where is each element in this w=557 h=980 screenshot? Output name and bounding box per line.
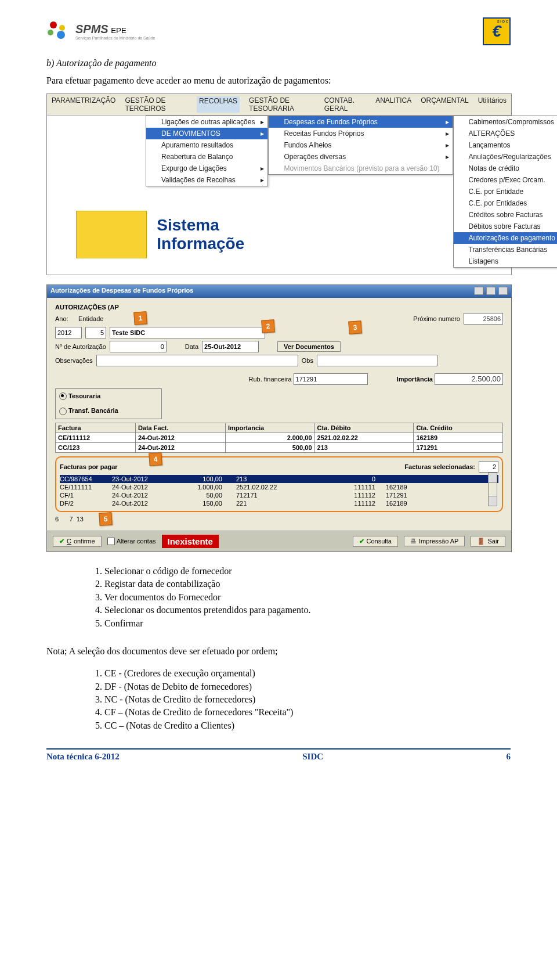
window-title: Autorizações de Despesas de Fundos Própr… xyxy=(50,287,193,296)
step-5: Confirmar xyxy=(104,617,511,630)
scrollbar[interactable] xyxy=(488,473,497,506)
ver-documentos-button[interactable]: Ver Documentos xyxy=(277,341,341,352)
banner-graphic xyxy=(76,211,147,258)
list-item[interactable]: CC/98765423-Out-2012 100,00213 0 xyxy=(60,475,498,483)
alterar-contas-checkbox[interactable]: Alterar contas xyxy=(107,538,156,546)
step-2: Registar data de contabilização xyxy=(104,578,511,590)
org-suffix: EPE xyxy=(111,26,126,35)
consulta-button[interactable]: ✔Consulta xyxy=(353,536,398,547)
menu-item[interactable]: Expurgo de Ligações▸ xyxy=(146,163,267,174)
label-ano: Ano: xyxy=(55,315,75,322)
maximize-icon[interactable] xyxy=(486,287,495,295)
menu-item[interactable]: C.E. por Entidade xyxy=(454,186,557,197)
submenu-3: Cabimentos/Compromissos ALTERAÇÕES▸ Lanç… xyxy=(453,116,557,268)
menu-item[interactable]: C.E. por Entidades xyxy=(454,197,557,209)
fac-sel-label: Facturas selecionadas: xyxy=(404,463,475,470)
menu-tesouraria[interactable]: GESTÃO DE TESOURARIA xyxy=(249,96,315,113)
menu-item[interactable]: Listagens xyxy=(454,255,557,267)
intro-text: Para efetuar pagamento deve aceder ao me… xyxy=(46,74,511,87)
exit-icon: 🚪 xyxy=(477,538,485,545)
menu-item[interactable]: Despesas de Fundos Próprios▸ xyxy=(269,116,452,128)
menu-item[interactable]: DE MOVIMENTOS▸ xyxy=(146,128,267,139)
menu-util[interactable]: Utilitários xyxy=(478,96,507,113)
menu-item[interactable]: Créditos sobre Facturas xyxy=(454,209,557,221)
callout-4: 4 xyxy=(149,452,162,466)
menu-item[interactable]: Autorizações de pagamento xyxy=(454,232,557,244)
obs-input[interactable] xyxy=(96,355,298,366)
footer-left: Nota técnica 6-2012 xyxy=(46,752,120,762)
menu-recolhas[interactable]: RECOLHAS xyxy=(197,96,240,113)
banner-line1: Sistema xyxy=(157,216,244,235)
nota-3: NC - (Notas de Credito de fornecedores) xyxy=(104,693,511,706)
print-icon: 🖶 xyxy=(410,538,417,545)
step-3: Ver documentos do Fornecedor xyxy=(104,591,511,604)
nota-2: DF - (Notas de Debito de fornecedores) xyxy=(104,680,511,693)
naut-input[interactable] xyxy=(110,341,167,352)
fac-title: Facturas por pagar xyxy=(60,463,118,470)
menu-item[interactable]: Débitos sobre Facturas xyxy=(454,221,557,232)
banner-line2: Informaçõe xyxy=(157,235,244,253)
footer-center: SIDC xyxy=(302,752,323,762)
label-obs2: Obs xyxy=(302,357,313,364)
rub-input[interactable] xyxy=(294,373,368,385)
th-factura: Factura xyxy=(56,423,136,433)
action-bar: ✔CConfirmeonfirme Alterar contas Inexist… xyxy=(47,531,511,552)
obs2-input[interactable] xyxy=(317,355,437,366)
menu-contab[interactable]: CONTAB. GERAL xyxy=(324,96,367,113)
th-cred: Cta. Crédito xyxy=(414,423,503,433)
sidc-letters: S I D C xyxy=(497,20,508,23)
menu-item[interactable]: Receitas Fundos Próprios▸ xyxy=(269,128,452,139)
importancia-field xyxy=(435,373,503,385)
menu-item[interactable]: Fundos Alheios▸ xyxy=(269,139,452,151)
label-obs: Observações xyxy=(55,357,93,364)
table-row[interactable]: CC/12324-Out-2012 500,00 213171291 xyxy=(56,442,503,452)
list-item[interactable]: CE/11111124-Out-2012 1.000,002521.02.02.… xyxy=(60,483,498,491)
table-row[interactable]: CE/11111224-Out-2012 2.000,00 2521.02.02… xyxy=(56,433,503,442)
list-item[interactable]: CF/124-Out-2012 50,00712171 111112171291 xyxy=(60,491,498,499)
menu-item[interactable]: Operações diversas▸ xyxy=(269,151,452,163)
entidade-code-input[interactable] xyxy=(85,327,106,338)
menu-item[interactable]: Notas de crédito xyxy=(454,163,557,174)
menu-item[interactable]: ALTERAÇÕES▸ xyxy=(454,128,557,139)
data-input[interactable] xyxy=(202,341,259,352)
page-footer: Nota técnica 6-2012 SIDC 6 xyxy=(46,752,511,762)
callout-3: 3 xyxy=(348,320,361,334)
close-icon[interactable] xyxy=(498,287,508,295)
submenu-1: Ligações de outras aplicações▸ DE MOVIME… xyxy=(146,116,268,186)
label-naut: Nº de Autorização xyxy=(55,343,106,350)
sair-button[interactable]: 🚪Sair xyxy=(471,536,505,547)
menu-item-disabled: Movimentos Bancários (previsto para a ve… xyxy=(269,163,452,174)
footer-right: 6 xyxy=(506,752,511,762)
menu-item[interactable]: Validações de Recolhas▸ xyxy=(146,174,267,186)
ano-input[interactable] xyxy=(55,327,82,338)
label-rub: Rub. financeira xyxy=(249,376,292,383)
menu-item[interactable]: Credores p/Exec Orcam. xyxy=(454,174,557,186)
impressao-button[interactable]: 🖶Impressão AP xyxy=(404,536,465,546)
euro-icon: € xyxy=(492,22,501,41)
menu-item[interactable]: Transferências Bancárias xyxy=(454,244,557,255)
label-proximo: Próximo numero xyxy=(413,315,460,322)
menu-item[interactable]: Apuramento resultados xyxy=(146,139,267,151)
menu-terceiros[interactable]: GESTÃO DE TERCEIROS xyxy=(125,96,187,113)
list-item[interactable]: DF/224-Out-2012 150,00221 111112162189 xyxy=(60,499,498,507)
nota-5: CC – (Notas de Credito a Clientes) xyxy=(104,719,511,732)
menu-param[interactable]: PARAMETRIZAÇÃO xyxy=(52,96,115,113)
entidade-name-input[interactable] xyxy=(110,327,265,338)
menu-item[interactable]: Lançamentos xyxy=(454,139,557,151)
menu-analitica[interactable]: ANALITICA xyxy=(375,96,411,113)
menu-item[interactable]: Ligações de outras aplicações▸ xyxy=(146,116,267,128)
th-imp: Importancia xyxy=(225,423,314,433)
menu-item[interactable]: Cabimentos/Compromissos xyxy=(454,116,557,128)
confirme-button[interactable]: ✔CConfirmeonfirme xyxy=(53,536,102,547)
nota-4: CF – (Notas de Credito de fornecedores "… xyxy=(104,706,511,719)
minimize-icon[interactable] xyxy=(474,287,483,295)
radio-tesouraria[interactable]: Tesouraria xyxy=(59,392,158,401)
form-heading: AUTORIZAÇÕES (AP xyxy=(55,304,503,311)
nota-1: CE - (Credores de execução orçamental) xyxy=(104,667,511,680)
radio-transf[interactable]: Transf. Bancária xyxy=(59,407,158,415)
menu-orcamental[interactable]: ORÇAMENTAL xyxy=(421,96,468,113)
menu-item[interactable]: Reabertura de Balanço xyxy=(146,151,267,163)
menu-item[interactable]: Anulações/Regularizações xyxy=(454,151,557,163)
facturas-table: Factura Data Fact. Importancia Cta. Débi… xyxy=(55,423,503,453)
th-data: Data Fact. xyxy=(135,423,225,433)
